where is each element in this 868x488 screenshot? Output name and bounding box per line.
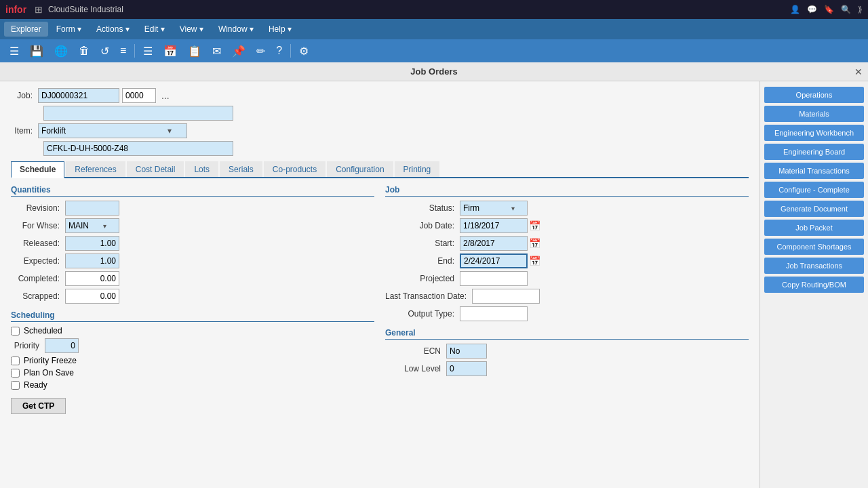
two-columns: Quantities Revision: For Whse: ▾ Releas xyxy=(11,185,749,414)
toolbar-clipboard-icon[interactable]: 📋 xyxy=(184,43,205,59)
sidebar-btn-job-transactions[interactable]: Job Transactions xyxy=(764,258,864,274)
end-calendar-icon[interactable]: 📅 xyxy=(529,256,540,266)
user-icon[interactable]: 👤 xyxy=(790,5,800,14)
scrapped-input[interactable] xyxy=(65,289,119,304)
job-date-input[interactable] xyxy=(460,218,528,233)
ecn-row: ECN xyxy=(385,344,749,359)
expand-icon[interactable]: ⟫ xyxy=(858,5,863,14)
low-level-label: Low Level xyxy=(385,364,446,373)
menu-window[interactable]: Window ▾ xyxy=(212,22,260,37)
window-title: Job Orders xyxy=(410,66,457,77)
released-input[interactable] xyxy=(65,236,119,251)
toolbar-calendar-icon[interactable]: 📅 xyxy=(159,43,181,59)
toolbar-refresh-icon[interactable]: ↺ xyxy=(96,43,113,59)
item-input[interactable] xyxy=(39,125,167,137)
tab-lots[interactable]: Lots xyxy=(185,161,218,177)
tab-schedule[interactable]: Schedule xyxy=(11,161,64,178)
ecn-input[interactable] xyxy=(446,344,487,359)
tab-cost-detail[interactable]: Cost Detail xyxy=(127,161,184,177)
explorer-button[interactable]: Explorer xyxy=(4,22,48,37)
end-row: End: 📅 xyxy=(385,253,749,268)
for-whse-label: For Whse: xyxy=(11,221,65,230)
menu-help[interactable]: Help ▾ xyxy=(262,22,298,37)
job-row: Job: ... xyxy=(11,88,749,103)
sidebar-btn-material-transactions[interactable]: Material Transactions xyxy=(764,163,864,179)
start-input[interactable] xyxy=(460,236,528,251)
end-input[interactable] xyxy=(460,253,528,268)
sidebar-btn-configure-complete[interactable]: Configure - Complete xyxy=(764,182,864,198)
sidebar-btn-operations[interactable]: Operations xyxy=(764,87,864,103)
completed-input[interactable] xyxy=(65,271,119,286)
output-type-input[interactable] xyxy=(460,306,528,321)
last-transaction-input[interactable] xyxy=(472,289,540,304)
scheduled-checkbox[interactable] xyxy=(11,327,20,336)
sidebar-btn-materials[interactable]: Materials xyxy=(764,106,864,122)
ready-label: Ready xyxy=(24,380,47,390)
job-input2[interactable] xyxy=(122,88,156,103)
priority-label: Priority xyxy=(11,341,45,350)
toolbar-sidebar-icon[interactable]: ☰ xyxy=(5,43,23,59)
sidebar-btn-copy-routing-bom[interactable]: Copy Routing/BOM xyxy=(764,277,864,293)
tab-references[interactable]: References xyxy=(66,161,125,177)
job-date-calendar-icon[interactable]: 📅 xyxy=(529,220,540,231)
tab-serials[interactable]: Serials xyxy=(220,161,262,177)
toolbar-separator-2 xyxy=(290,44,291,58)
menu-view[interactable]: View ▾ xyxy=(173,22,210,37)
toolbar-help-icon[interactable]: ? xyxy=(272,43,286,58)
toolbar-list-icon[interactable]: ☰ xyxy=(139,43,157,59)
job-description-input[interactable] xyxy=(43,106,233,121)
toolbar-edit-icon[interactable]: ✏ xyxy=(252,43,269,59)
get-ctp-button[interactable]: Get CTP xyxy=(11,398,66,414)
close-button[interactable]: ✕ xyxy=(854,66,863,77)
quantities-title: Quantities xyxy=(11,185,374,197)
status-input[interactable] xyxy=(460,202,511,214)
low-level-input[interactable] xyxy=(446,361,487,376)
plan-on-save-checkbox[interactable] xyxy=(11,369,20,378)
title-bar: Job Orders ✕ xyxy=(0,62,868,81)
grid-icon[interactable]: ⊞ xyxy=(35,4,43,15)
expected-row: Expected: xyxy=(11,253,374,268)
job-section-title: Job xyxy=(385,185,749,197)
plan-on-save-label: Plan On Save xyxy=(24,368,74,378)
expected-input[interactable] xyxy=(65,253,119,268)
sidebar-btn-engineering-workbench[interactable]: Engineering Workbench xyxy=(764,125,864,141)
item-desc-input[interactable] xyxy=(43,141,233,156)
sidebar-btn-component-shortages[interactable]: Component Shortages xyxy=(764,239,864,255)
ready-checkbox[interactable] xyxy=(11,381,20,390)
output-type-row: Output Type: xyxy=(385,306,749,321)
tab-printing[interactable]: Printing xyxy=(395,161,440,177)
toolbar-delete-icon[interactable]: 🗑 xyxy=(75,43,94,58)
toolbar-filter-icon[interactable]: ≡ xyxy=(116,43,130,58)
projected-input[interactable] xyxy=(460,271,528,286)
bookmark-icon[interactable]: 🔖 xyxy=(824,5,834,14)
projected-row: Projected xyxy=(385,271,749,286)
revision-input[interactable] xyxy=(65,201,119,216)
message-icon[interactable]: 💬 xyxy=(807,5,817,14)
tab-configuration[interactable]: Configuration xyxy=(327,161,393,177)
for-whse-input[interactable] xyxy=(66,220,103,232)
toolbar-pin-icon[interactable]: 📌 xyxy=(228,43,250,59)
search-icon[interactable]: 🔍 xyxy=(841,5,851,14)
sidebar-btn-generate-document[interactable]: Generate Document xyxy=(764,201,864,217)
start-calendar-icon[interactable]: 📅 xyxy=(529,238,540,249)
revision-label: Revision: xyxy=(11,203,65,213)
priority-freeze-row: Priority Freeze xyxy=(11,356,374,365)
job-input[interactable] xyxy=(38,88,119,103)
priority-freeze-checkbox[interactable] xyxy=(11,357,20,365)
more-button[interactable]: ... xyxy=(161,90,170,101)
sidebar-btn-engineering-board[interactable]: Engineering Board xyxy=(764,144,864,160)
menu-form[interactable]: Form ▾ xyxy=(50,22,88,37)
scheduling-title: Scheduling xyxy=(11,310,374,322)
infor-logo: infor xyxy=(5,4,26,15)
toolbar-web-icon[interactable]: 🌐 xyxy=(50,43,72,59)
completed-row: Completed: xyxy=(11,271,374,286)
toolbar-save-icon[interactable]: 💾 xyxy=(26,43,47,59)
tab-co-products[interactable]: Co-products xyxy=(264,161,326,177)
sidebar-btn-job-packet[interactable]: Job Packet xyxy=(764,220,864,236)
menu-actions[interactable]: Actions ▾ xyxy=(90,22,136,37)
priority-input[interactable] xyxy=(45,338,79,353)
ready-row: Ready xyxy=(11,380,374,390)
menu-edit[interactable]: Edit ▾ xyxy=(138,22,172,37)
toolbar-settings-icon[interactable]: ⚙ xyxy=(295,43,313,59)
toolbar-email-icon[interactable]: ✉ xyxy=(208,43,225,59)
